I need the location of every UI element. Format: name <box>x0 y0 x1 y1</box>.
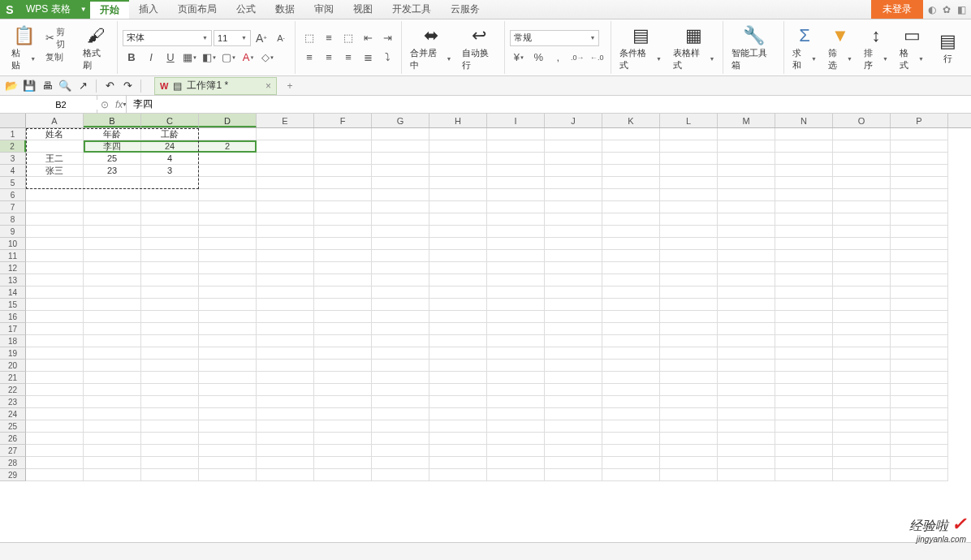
cell[interactable] <box>26 262 84 274</box>
cell[interactable] <box>545 384 602 396</box>
cell[interactable] <box>891 226 948 238</box>
cell[interactable] <box>833 201 891 213</box>
cell[interactable] <box>833 213 891 226</box>
cell[interactable] <box>429 299 487 311</box>
cell[interactable] <box>84 396 141 408</box>
cell[interactable] <box>84 408 141 420</box>
cell[interactable] <box>545 433 602 445</box>
tab-page-layout[interactable]: 页面布局 <box>168 0 227 19</box>
formula-input[interactable] <box>127 96 971 113</box>
cell[interactable] <box>891 153 948 165</box>
cell[interactable] <box>660 384 718 396</box>
cell[interactable] <box>141 238 199 250</box>
cell[interactable] <box>26 140 84 153</box>
cell[interactable] <box>487 201 545 213</box>
cell[interactable] <box>429 396 487 408</box>
cell[interactable] <box>545 420 602 433</box>
cell[interactable] <box>372 335 429 347</box>
cell[interactable] <box>891 189 948 201</box>
cell[interactable] <box>545 360 602 372</box>
cell[interactable] <box>545 457 602 469</box>
cell[interactable] <box>84 274 141 286</box>
cell[interactable] <box>372 299 429 311</box>
cell[interactable] <box>545 274 602 286</box>
cell[interactable] <box>429 189 487 201</box>
cell[interactable] <box>141 311 199 323</box>
cell[interactable] <box>26 335 84 347</box>
cell[interactable] <box>891 360 948 372</box>
cell[interactable] <box>718 201 775 213</box>
cell[interactable] <box>257 213 314 226</box>
cell[interactable] <box>141 226 199 238</box>
cell[interactable] <box>141 335 199 347</box>
cell[interactable] <box>487 165 545 177</box>
cell[interactable] <box>372 347 429 360</box>
cell[interactable] <box>199 238 257 250</box>
cell[interactable] <box>257 250 314 262</box>
cell[interactable] <box>429 469 487 481</box>
cell[interactable] <box>314 165 372 177</box>
column-header-J[interactable]: J <box>545 114 602 127</box>
sort-button[interactable]: ↕ 排序▼ <box>861 23 891 73</box>
cell[interactable] <box>718 384 775 396</box>
cell[interactable] <box>26 457 84 469</box>
sync-icon[interactable]: ◐ <box>928 4 936 15</box>
cell[interactable] <box>833 360 891 372</box>
cell[interactable] <box>545 262 602 274</box>
column-header-I[interactable]: I <box>487 114 545 127</box>
cell[interactable] <box>775 189 833 201</box>
cell[interactable] <box>429 384 487 396</box>
sum-button[interactable]: Σ 求和▼ <box>789 23 820 73</box>
align-top-button[interactable]: ⬚ <box>300 30 318 46</box>
export-icon[interactable]: ↗ <box>75 78 91 94</box>
cell[interactable] <box>775 372 833 384</box>
save-icon[interactable]: 💾 <box>21 78 37 94</box>
row-header[interactable]: 15 <box>0 299 26 311</box>
font-size-combo[interactable]: 11▼ <box>214 30 251 46</box>
cell[interactable]: 4 <box>141 153 199 165</box>
cell[interactable] <box>545 335 602 347</box>
cell[interactable] <box>257 128 314 140</box>
cell[interactable] <box>429 226 487 238</box>
cell[interactable] <box>257 189 314 201</box>
cell[interactable] <box>199 396 257 408</box>
cell[interactable] <box>545 469 602 481</box>
cell[interactable] <box>84 177 141 189</box>
align-left-button[interactable]: ≡ <box>300 50 318 66</box>
name-box[interactable]: ▼ <box>0 96 97 113</box>
cell[interactable] <box>314 396 372 408</box>
cell[interactable] <box>891 177 948 189</box>
cell[interactable] <box>660 360 718 372</box>
cell[interactable] <box>26 299 84 311</box>
cell[interactable] <box>487 372 545 384</box>
cell[interactable] <box>141 420 199 433</box>
cell[interactable]: 张三 <box>26 165 84 177</box>
redo-icon[interactable]: ↷ <box>119 78 136 94</box>
cell[interactable] <box>84 469 141 481</box>
number-format-combo[interactable]: 常规▼ <box>510 30 599 46</box>
cell[interactable] <box>199 408 257 420</box>
cell[interactable] <box>257 457 314 469</box>
cell[interactable] <box>602 433 660 445</box>
wrap-text-button[interactable]: ↩ 自动换行 <box>459 23 500 73</box>
cell[interactable] <box>141 323 199 335</box>
column-header-C[interactable]: C <box>141 114 199 127</box>
cell[interactable] <box>487 335 545 347</box>
cell[interactable] <box>314 238 372 250</box>
row-menu-button[interactable]: ▤ 行 <box>932 23 963 73</box>
cell[interactable] <box>199 262 257 274</box>
cell[interactable] <box>257 420 314 433</box>
increase-font-button[interactable]: A+ <box>252 30 270 46</box>
row-header[interactable]: 26 <box>0 433 26 445</box>
cell[interactable] <box>84 238 141 250</box>
cell[interactable] <box>833 420 891 433</box>
cell[interactable] <box>372 323 429 335</box>
column-header-P[interactable]: P <box>891 114 948 127</box>
cell[interactable] <box>602 372 660 384</box>
cell[interactable] <box>602 445 660 457</box>
cell[interactable] <box>141 372 199 384</box>
cell[interactable] <box>833 384 891 396</box>
cell[interactable] <box>314 299 372 311</box>
cell[interactable] <box>718 140 775 153</box>
row-header[interactable]: 1 <box>0 128 26 140</box>
